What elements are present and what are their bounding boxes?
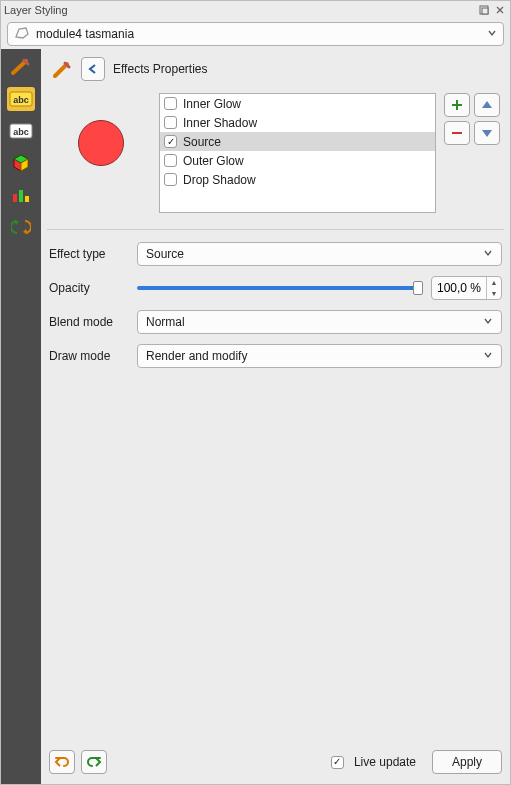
move-up-button[interactable]: [474, 93, 500, 117]
effect-label: Inner Shadow: [183, 116, 257, 130]
window-title: Layer Styling: [4, 4, 68, 16]
effects-list-item[interactable]: Source: [160, 132, 435, 151]
apply-button[interactable]: Apply: [432, 750, 502, 774]
opacity-label: Opacity: [49, 281, 129, 295]
add-effect-button[interactable]: [444, 93, 470, 117]
opacity-spinbox[interactable]: ▲ ▼: [431, 276, 502, 300]
apply-button-label: Apply: [452, 755, 482, 769]
panel-title: Effects Properties: [113, 62, 208, 76]
blend-mode-label: Blend mode: [49, 315, 129, 329]
chevron-down-icon: [483, 247, 493, 261]
effect-label: Outer Glow: [183, 154, 244, 168]
effect-checkbox[interactable]: [164, 135, 177, 148]
tab-masks[interactable]: abc: [7, 119, 35, 143]
move-down-button[interactable]: [474, 121, 500, 145]
draw-mode-value: Render and modify: [146, 349, 247, 363]
remove-effect-button[interactable]: [444, 121, 470, 145]
effect-type-select[interactable]: Source: [137, 242, 502, 266]
svg-marker-4: [16, 28, 28, 38]
chevron-down-icon: [483, 315, 493, 329]
layer-name: module4 tasmania: [36, 27, 134, 41]
svg-rect-14: [25, 196, 29, 202]
blend-mode-value: Normal: [146, 315, 185, 329]
opacity-input[interactable]: [432, 280, 486, 296]
effects-list-item[interactable]: Drop Shadow: [160, 170, 435, 189]
side-tabs: abc abc: [1, 49, 41, 784]
svg-text:abc: abc: [13, 127, 29, 137]
symbol-preview: [51, 93, 151, 193]
title-bar: Layer Styling: [1, 1, 510, 19]
effect-type-value: Source: [146, 247, 184, 261]
back-button[interactable]: [81, 57, 105, 81]
tab-3d-view[interactable]: [7, 151, 35, 175]
chevron-down-icon: [483, 349, 493, 363]
undo-button[interactable]: [49, 750, 75, 774]
effect-label: Inner Glow: [183, 97, 241, 111]
effect-checkbox[interactable]: [164, 116, 177, 129]
svg-marker-21: [482, 130, 492, 137]
draw-mode-label: Draw mode: [49, 349, 129, 363]
effects-list[interactable]: Inner Glow Inner Shadow Source Outer Glo…: [159, 93, 436, 213]
tab-diagrams[interactable]: [7, 183, 35, 207]
tab-history[interactable]: [7, 215, 35, 239]
effects-list-item[interactable]: Outer Glow: [160, 151, 435, 170]
effect-label: Drop Shadow: [183, 173, 256, 187]
tab-symbology[interactable]: [7, 55, 35, 79]
effect-checkbox[interactable]: [164, 173, 177, 186]
redo-button[interactable]: [81, 750, 107, 774]
svg-rect-12: [13, 194, 17, 202]
effects-list-item[interactable]: Inner Glow: [160, 94, 435, 113]
svg-rect-13: [19, 190, 23, 202]
layer-select[interactable]: module4 tasmania: [7, 22, 504, 46]
window-close-button[interactable]: [493, 3, 507, 17]
live-update-checkbox[interactable]: [331, 756, 344, 769]
svg-text:abc: abc: [13, 95, 29, 105]
window-undock-button[interactable]: [477, 3, 491, 17]
tab-labels[interactable]: abc: [7, 87, 35, 111]
live-update-label: Live update: [354, 755, 416, 769]
svg-rect-1: [482, 8, 488, 14]
effect-checkbox[interactable]: [164, 154, 177, 167]
spin-down-button[interactable]: ▼: [487, 288, 501, 299]
layer-polygon-icon: [14, 26, 30, 43]
effect-type-label: Effect type: [49, 247, 129, 261]
draw-mode-select[interactable]: Render and modify: [137, 344, 502, 368]
separator: [47, 229, 504, 230]
spin-up-button[interactable]: ▲: [487, 277, 501, 288]
opacity-slider[interactable]: [137, 281, 423, 295]
svg-marker-19: [482, 101, 492, 108]
chevron-down-icon: [487, 27, 497, 41]
effects-list-item[interactable]: Inner Shadow: [160, 113, 435, 132]
effect-label: Source: [183, 135, 221, 149]
brush-icon: [51, 58, 73, 80]
blend-mode-select[interactable]: Normal: [137, 310, 502, 334]
effect-checkbox[interactable]: [164, 97, 177, 110]
preview-swatch: [78, 120, 124, 166]
